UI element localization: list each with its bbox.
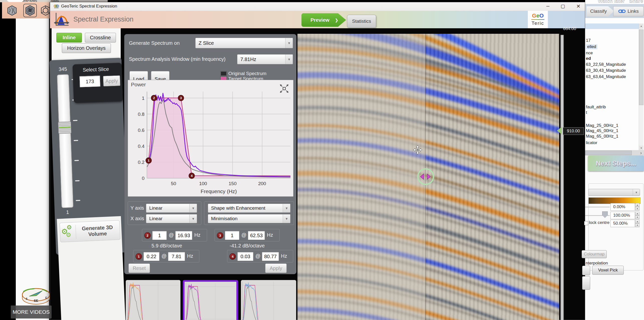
compass-se-label: SE [34, 299, 38, 302]
cp1-freq-input[interactable]: 7.81 [168, 252, 185, 261]
minimisation-dropdown[interactable]: Minimisation▼ [208, 214, 290, 223]
reset-button[interactable]: Reset [128, 263, 150, 273]
watch-later-overlay[interactable]: Watch later [598, 0, 625, 4]
minimize-button[interactable]: – [542, 3, 553, 10]
slice-slider-thumb[interactable] [58, 121, 72, 134]
maximize-button[interactable]: ▢ [557, 3, 568, 10]
window-titlebar[interactable]: GeoTeric Spectral Expression – ▢ ✕ [50, 2, 585, 11]
lock-centre-spinner[interactable]: ▲▼ [635, 220, 639, 227]
cube-hexagon-icon-selected[interactable] [23, 4, 37, 18]
close-button[interactable]: ✕ [573, 3, 584, 10]
tree-item[interactable]: elled [586, 44, 597, 49]
swipe-handle[interactable] [417, 168, 435, 186]
tree-item[interactable]: 63_22,58_Magnitude [586, 62, 626, 67]
cp4-gain-input[interactable]: 0.03 [237, 252, 253, 261]
high-clip-spinner[interactable]: ▲▼ [635, 212, 639, 219]
svg-text:150: 150 [229, 181, 237, 186]
chevron-down-icon: ▼ [283, 204, 290, 212]
spectrum-preset-thumbnail-selected[interactable] [183, 280, 238, 320]
cp4-freq-input[interactable]: 80.77 [262, 252, 279, 261]
seismic-view[interactable] [297, 34, 559, 320]
sphere-hexagon-icon[interactable] [40, 5, 51, 16]
preview-tab[interactable]: Preview ❯ [301, 13, 346, 27]
apply-button[interactable]: Apply [265, 263, 287, 273]
slice-slider-track[interactable] [57, 74, 74, 208]
tree-item[interactable]: fault_attrib [586, 105, 606, 110]
crossline-button[interactable]: Crossline [85, 33, 116, 43]
tree-item[interactable]: nce [586, 51, 593, 56]
tree-item[interactable]: ed [586, 56, 591, 61]
x-axis-dropdown[interactable]: Linear▼ [146, 214, 197, 223]
svg-text:100: 100 [199, 181, 207, 186]
slice-apply-button[interactable]: Apply [103, 75, 120, 86]
cp3-freq-input[interactable]: 62.53 [248, 231, 265, 240]
edit-colourmap-button[interactable]: Colourmap [582, 250, 607, 258]
cut-button-left[interactable] [582, 266, 590, 275]
share-overlay[interactable]: Share [629, 0, 643, 4]
cp2-gain-input[interactable]: 1 [152, 231, 167, 240]
generate-3d-button[interactable]: ⚙ ⚙ ⚙ Generate 3D Volume [60, 220, 120, 242]
lock-centre-spinbox[interactable]: 50.00% [610, 220, 635, 227]
lock-centre-checkbox[interactable] [584, 221, 588, 225]
legend-label: Original Spectrum [228, 71, 266, 76]
more-videos-overlay[interactable]: MORE VIDEOS [11, 305, 52, 318]
cut-button-left-2[interactable] [582, 276, 590, 290]
brand-teric: Teric [532, 21, 544, 26]
bg-left-column [16, 19, 49, 320]
tree-item[interactable]: 63_30,43_Magnitude [586, 68, 626, 73]
tree-scrollbar[interactable]: ▲ ▼ [639, 24, 643, 151]
at-label: @ [241, 232, 246, 238]
fractal-hexagon-icon[interactable] [7, 5, 18, 16]
svg-text:50: 50 [171, 181, 176, 186]
low-clip-slider-track[interactable] [585, 207, 610, 207]
cp1-gain-input[interactable]: 0.22 [143, 252, 159, 261]
low-clip-spinner[interactable]: ▲▼ [635, 203, 639, 211]
horizontal-scrollbar[interactable]: › [585, 150, 644, 156]
generate-spectrum-dropdown[interactable]: Z Slice ▼ [195, 38, 293, 48]
slice-number-input[interactable]: 173 [79, 76, 100, 87]
h-scrollbar-thumb[interactable] [585, 151, 632, 155]
compass-widget[interactable]: S SE E [21, 286, 51, 307]
tree-item[interactable]: Mag_65_00Hz_1 [586, 134, 618, 139]
voxel-pick-button[interactable]: Voxel Pick [592, 266, 624, 275]
horizon-overlays-button[interactable]: Horizon Overlays [62, 43, 111, 53]
scrollbar-thumb[interactable] [639, 30, 643, 105]
seismic-left-muted-overlay [297, 34, 425, 320]
tree-item[interactable]: t [586, 110, 587, 115]
tree-item[interactable]: Mag_25_00Hz_1 [586, 123, 618, 128]
spectrum-chart[interactable]: 00.20.40.60.8150100150200Frequency (Hz)1… [129, 89, 294, 195]
inline-button[interactable]: Inline [56, 33, 82, 43]
hz-label: Hz [281, 253, 287, 259]
tree-items-container: 17ellednceed63_22,58_Magnitude63_30,43_M… [585, 0, 639, 151]
low-clip-spinbox[interactable]: 0.00% [610, 203, 635, 211]
spectral-expression-window: GeoTeric Spectral Expression – ▢ ✕ Spect… [50, 2, 585, 320]
preview-tab-label: Preview [310, 17, 330, 23]
control-point-4-badge: 4 [229, 253, 236, 260]
tree-item[interactable]: 17 [586, 38, 591, 43]
svg-text:2: 2 [153, 96, 155, 100]
series-original-spectrum [186, 287, 235, 320]
y-axis-dropdown[interactable]: Linear▼ [146, 204, 197, 213]
series-target-spectrum [186, 286, 235, 320]
colourmap-dropdown[interactable]: ▼ [588, 189, 640, 196]
statistics-tab[interactable]: Statistics [347, 15, 376, 28]
spectrum-preset-thumbnail[interactable] [241, 280, 296, 320]
tree-item[interactable]: Mag_45_00Hz_1 [586, 128, 618, 133]
chevron-down-icon: ▼ [285, 55, 293, 64]
shape-mode-dropdown[interactable]: Shape with Enhancement▼ [208, 204, 290, 213]
compass-e-label: E [45, 296, 47, 299]
right-app-panel: Classify Links 17ellednceed63_22,58_Magn… [585, 0, 644, 320]
high-clip-spinbox[interactable]: 100.00% [610, 212, 635, 219]
spectrum-preset-thumbnail[interactable] [126, 280, 181, 320]
depth-marker-arrow-icon[interactable] [557, 127, 562, 134]
tree-item[interactable]: 63_63,64_Magnitude [586, 74, 626, 79]
cp2-freq-input[interactable]: 16.93 [175, 231, 192, 240]
generate-3d-label: Generate 3D Volume [78, 224, 117, 238]
analysis-window-dropdown[interactable]: 7.81Hz ▼ [237, 54, 293, 64]
next-steps-banner[interactable]: Next Steps... [588, 156, 644, 171]
tree-item[interactable]: licator [586, 140, 597, 145]
svg-text:1: 1 [142, 96, 144, 101]
cp3-gain-input[interactable]: 1 [225, 231, 239, 240]
hz-label: Hz [267, 232, 273, 238]
depth-slider-strip[interactable] [560, 35, 564, 320]
